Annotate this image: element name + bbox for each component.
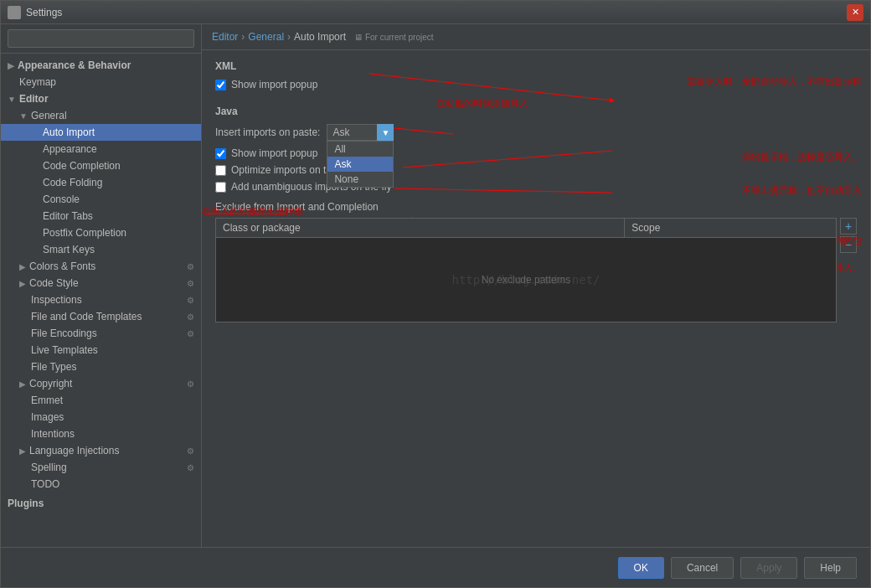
file-enc-icon: ⚙ [187,329,194,338]
close-button[interactable]: ✕ [847,4,863,21]
insert-imports-popup: All Ask None [327,141,394,188]
sidebar-item-plugins[interactable]: Plugins [1,493,201,514]
sidebar-item-live-templates[interactable]: Live Templates [1,342,201,358]
col-class-package: Class or package [216,219,625,237]
titlebar: Settings ✕ [1,1,870,24]
file-code-icon: ⚙ [187,312,194,322]
insert-imports-row: Insert imports on paste: Ask All None ▼ … [215,124,857,141]
cancel-button[interactable]: Cancel [671,557,734,579]
show-import-popup-java-checkbox[interactable] [215,148,226,159]
general-arrow-icon: ▼ [19,111,28,121]
sidebar-item-spelling[interactable]: Spelling ⚙ [1,459,201,476]
project-icon: 🖥 For current project [354,33,433,42]
add-unambiguous-checkbox[interactable] [215,182,226,193]
spelling-icon: ⚙ [187,463,194,472]
sidebar-item-code-folding[interactable]: Code Folding [1,174,201,191]
annotation-3: 弹出提示框，选择是否导入。 [742,151,862,163]
sidebar-item-file-encodings[interactable]: File Encodings ⚙ [1,325,201,342]
sidebar-item-smart-keys[interactable]: Smart Keys [1,241,201,258]
sidebar-item-keymap[interactable]: Keymap [1,74,201,90]
sep1: › [241,31,245,43]
annotation-2: 在粘贴的时候添加导入 [436,97,528,110]
exclude-body: http://blog.csdn.net/ No exclude pattern… [216,238,836,322]
arrow-icon: ▶ [8,61,14,70]
right-panel: Editor › General › Auto Import 🖥 For cur… [202,24,870,547]
app-icon [8,6,21,19]
inspections-icon: ⚙ [187,296,194,305]
breadcrumb: Editor › General › Auto Import 🖥 For cur… [202,24,870,50]
apply-button[interactable]: Apply [740,557,797,579]
optimize-imports-checkbox[interactable] [215,165,226,176]
exclude-table: Class or package Scope http://blog.csdn.… [215,218,837,322]
insert-imports-select[interactable]: Ask All None [327,124,394,141]
no-patterns-text: No exclude patterns [482,274,571,286]
option-none[interactable]: None [327,172,393,187]
sidebar-item-intentions[interactable]: Intentions [1,426,201,442]
sidebar-item-postfix-completion[interactable]: Postfix Completion [1,224,201,241]
annotation-7: 在导入的时候弹出选择框 [202,205,303,218]
copyright-icon: ⚙ [187,379,194,389]
insert-imports-label: Insert imports on paste: [215,126,320,138]
exclude-section: Exclude from Import and Completion Class… [215,201,857,322]
show-import-popup-java-label[interactable]: Show import popup [231,147,317,159]
sidebar-item-editor-tabs[interactable]: Editor Tabs [1,208,201,224]
option-all[interactable]: All [327,142,393,157]
sidebar-item-file-types[interactable]: File Types [1,358,201,375]
breadcrumb-auto-import: Auto Import [294,31,346,43]
sidebar-item-appearance[interactable]: Appearance [1,141,201,157]
show-import-popup-xml-label[interactable]: Show import popup [231,79,317,90]
sidebar-item-language-injections[interactable]: ▶ Language Injections ⚙ [1,442,201,459]
settings-content: XML Show import popup 需要导入时，全部自动导入，不弹出提示… [202,50,870,547]
xml-label: XML [215,60,857,72]
search-bar [1,24,201,54]
sidebar-item-code-style[interactable]: ▶ Code Style ⚙ [1,275,201,291]
sidebar-item-emmet[interactable]: Emmet [1,392,201,409]
sidebar-item-general[interactable]: ▼ General [1,107,201,124]
col-scope: Scope [625,219,836,237]
lang-inj-arrow-icon: ▶ [19,446,26,456]
help-button[interactable]: Help [804,557,857,579]
sidebar-item-copyright[interactable]: ▶ Copyright ⚙ [1,375,201,392]
copyright-arrow-icon: ▶ [19,379,26,389]
sep2: › [287,31,291,43]
sidebar-item-editor[interactable]: ▼ Editor [1,90,201,107]
search-input[interactable] [8,29,194,48]
code-style-icon: ⚙ [187,279,194,288]
editor-arrow-icon: ▼ [8,95,16,104]
window-title: Settings [26,7,847,18]
code-style-arrow-icon: ▶ [19,279,26,288]
annotation-1: 需要导入时，全部自动导入，不弹出提示框 [687,75,862,88]
colors-icon: ⚙ [187,262,194,271]
sidebar-item-colors-fonts[interactable]: ▶ Colors & Fonts ⚙ [1,258,201,275]
add-exclude-button[interactable]: + [840,218,857,235]
java-label: Java [215,106,857,117]
insert-imports-dropdown[interactable]: Ask All None ▼ All Ask None [327,124,394,141]
option-ask[interactable]: Ask [327,157,393,172]
show-import-popup-xml-checkbox[interactable] [215,80,226,90]
exclude-table-outer: Class or package Scope http://blog.csdn.… [215,218,857,322]
sidebar-item-console[interactable]: Console [1,191,201,208]
sidebar-item-auto-import[interactable]: Auto Import [1,124,201,141]
optimize-imports-row: Optimize imports on the fly [215,164,857,176]
settings-window: Settings ✕ ▶ Appearance & Behavior Keyma… [0,0,871,588]
sidebar-item-todo[interactable]: TODO [1,476,201,493]
tree-area: ▶ Appearance & Behavior Keymap ▼ Editor [1,54,201,547]
sidebar-item-images[interactable]: Images [1,409,201,426]
colors-arrow-icon: ▶ [19,262,26,271]
sidebar-item-code-completion[interactable]: Code Completion [1,157,201,174]
sidebar-item-inspections[interactable]: Inspections ⚙ [1,291,201,308]
sidebar-item-appearance-behavior[interactable]: ▶ Appearance & Behavior [1,57,201,74]
bottom-bar: OK Cancel Apply Help [1,547,870,587]
main-content: ▶ Appearance & Behavior Keymap ▼ Editor [1,24,870,547]
sidebar: ▶ Appearance & Behavior Keymap ▼ Editor [1,24,202,547]
sidebar-item-file-code-templates[interactable]: File and Code Templates ⚙ [1,308,201,325]
lang-inj-icon: ⚙ [187,446,194,456]
annotation-4: 不弹出提示框，也不自动导入 [742,184,862,197]
ok-button[interactable]: OK [618,557,664,579]
exclude-label: Exclude from Import and Completion [215,201,857,213]
exclude-table-header: Class or package Scope [216,219,836,238]
breadcrumb-editor[interactable]: Editor [212,31,238,43]
breadcrumb-general[interactable]: General [248,31,284,43]
